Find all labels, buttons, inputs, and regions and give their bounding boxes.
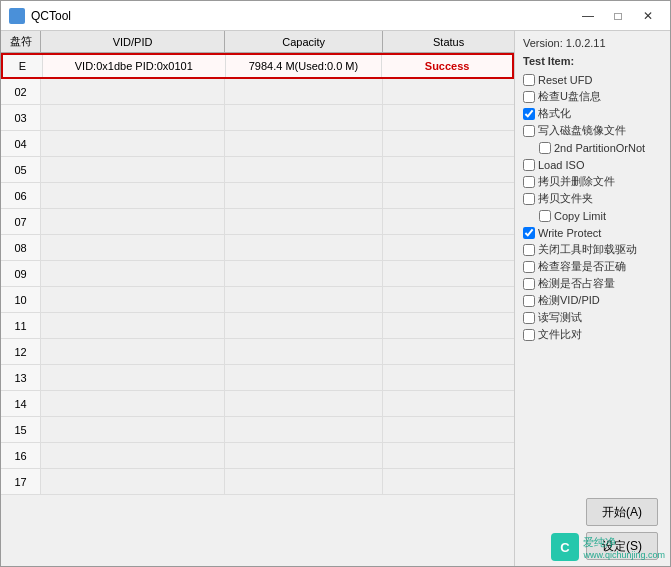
close-button[interactable]: ✕ [634,6,662,26]
table-row[interactable]: 09 [1,261,514,287]
checkbox-label-close_driver: 关闭工具时卸载驱动 [538,242,637,257]
main-window: QCTool — □ ✕ 盘符 VID/PID Capacity Status … [0,0,671,567]
cell-capacity [225,313,383,338]
checkbox-item-close_driver: 关闭工具时卸载驱动 [523,241,662,258]
table-header: 盘符 VID/PID Capacity Status [1,31,514,53]
watermark-icon: C [551,533,579,561]
checkbox-copy_folder[interactable] [523,193,535,205]
checkbox-label-write_protect: Write Protect [538,227,601,239]
watermark-brand-area: 爱纯净 www.qichunjing.com [583,535,665,560]
cell-vid-pid [41,183,225,208]
table-row[interactable]: 12 [1,339,514,365]
watermark-url: www.qichunjing.com [583,550,665,560]
cell-capacity [225,443,383,468]
window-title: QCTool [31,9,71,23]
cell-vid-pid [41,391,225,416]
col-capacity-header: Capacity [225,31,383,52]
checkbox-rw_test[interactable] [523,312,535,324]
table-row[interactable]: 07 [1,209,514,235]
table-row[interactable]: 06 [1,183,514,209]
table-row[interactable]: 14 [1,391,514,417]
table-row[interactable]: 08 [1,235,514,261]
table-row[interactable]: 17 [1,469,514,495]
cell-vid-pid [41,365,225,390]
cell-capacity [225,365,383,390]
col-vid-header: VID/PID [41,31,225,52]
maximize-button[interactable]: □ [604,6,632,26]
table-row[interactable]: 11 [1,313,514,339]
cell-vid-pid [41,287,225,312]
checkbox-item-load_iso: Load ISO [523,156,662,173]
cell-disk: 05 [1,157,41,182]
cell-status [383,105,514,130]
table-body: EVID:0x1dbe PID:0x01017984.4 M(Used:0.0 … [1,53,514,566]
checkbox-item-check_capacity_correct: 检查容量是否正确 [523,258,662,275]
checkbox-label-load_iso: Load ISO [538,159,584,171]
cell-disk: 07 [1,209,41,234]
cell-disk: 16 [1,443,41,468]
cell-capacity [225,287,383,312]
checkbox-2nd_partition[interactable] [539,142,551,154]
cell-status [383,235,514,260]
checkbox-check_vid_pid[interactable] [523,295,535,307]
table-row[interactable]: 16 [1,443,514,469]
cell-capacity [225,209,383,234]
table-row[interactable]: 10 [1,287,514,313]
checkbox-check_udisk[interactable] [523,91,535,103]
cell-disk: 13 [1,365,41,390]
minimize-button[interactable]: — [574,6,602,26]
checkbox-label-check_capacity_correct: 检查容量是否正确 [538,259,626,274]
table-row[interactable]: 05 [1,157,514,183]
watermark-brand: 爱纯净 [583,535,665,550]
watermark: C 爱纯净 www.qichunjing.com [551,533,665,561]
checkbox-label-reset_ufd: Reset UFD [538,74,592,86]
checkbox-copy_limit[interactable] [539,210,551,222]
cell-capacity [225,469,383,494]
table-row[interactable]: 04 [1,131,514,157]
svg-text:C: C [561,540,571,555]
cell-status [383,131,514,156]
content-area: 盘符 VID/PID Capacity Status EVID:0x1dbe P… [1,31,670,566]
table-row[interactable]: EVID:0x1dbe PID:0x01017984.4 M(Used:0.0 … [1,53,514,79]
checkbox-copy_delete_files[interactable] [523,176,535,188]
cell-capacity [225,339,383,364]
checkbox-check_capacity_correct[interactable] [523,261,535,273]
device-table-area: 盘符 VID/PID Capacity Status EVID:0x1dbe P… [1,31,515,566]
cell-disk: 15 [1,417,41,442]
checkbox-close_driver[interactable] [523,244,535,256]
cell-capacity [225,183,383,208]
checkbox-format[interactable] [523,108,535,120]
table-row[interactable]: 02 [1,79,514,105]
checkbox-label-check_udisk: 检查U盘信息 [538,89,601,104]
checkbox-file_compare[interactable] [523,329,535,341]
checkbox-check_capacity_occupy[interactable] [523,278,535,290]
checkbox-label-format: 格式化 [538,106,571,121]
cell-vid-pid [41,131,225,156]
test-item-label: Test Item: [523,55,662,67]
cell-vid-pid [41,469,225,494]
checkbox-write_iso_image[interactable] [523,125,535,137]
cell-status [383,183,514,208]
checkbox-load_iso[interactable] [523,159,535,171]
table-row[interactable]: 13 [1,365,514,391]
checkbox-reset_ufd[interactable] [523,74,535,86]
table-row[interactable]: 15 [1,417,514,443]
cell-status [383,391,514,416]
checkbox-item-file_compare: 文件比对 [523,326,662,343]
cell-capacity: 7984.4 M(Used:0.0 M) [226,55,383,77]
checkbox-label-copy_limit: Copy Limit [554,210,606,222]
cell-disk: 11 [1,313,41,338]
title-bar-left: QCTool [9,8,71,24]
cell-status: Success [382,55,512,77]
right-panel: Version: 1.0.2.11 Test Item: Reset UFD检查… [515,31,670,566]
start-button[interactable]: 开始(A) [586,498,658,526]
cell-status [383,443,514,468]
cell-status [383,313,514,338]
checkbox-item-format: 格式化 [523,105,662,122]
cell-vid-pid [41,417,225,442]
checkbox-write_protect[interactable] [523,227,535,239]
title-bar: QCTool — □ ✕ [1,1,670,31]
cell-status [383,469,514,494]
table-row[interactable]: 03 [1,105,514,131]
cell-status [383,365,514,390]
